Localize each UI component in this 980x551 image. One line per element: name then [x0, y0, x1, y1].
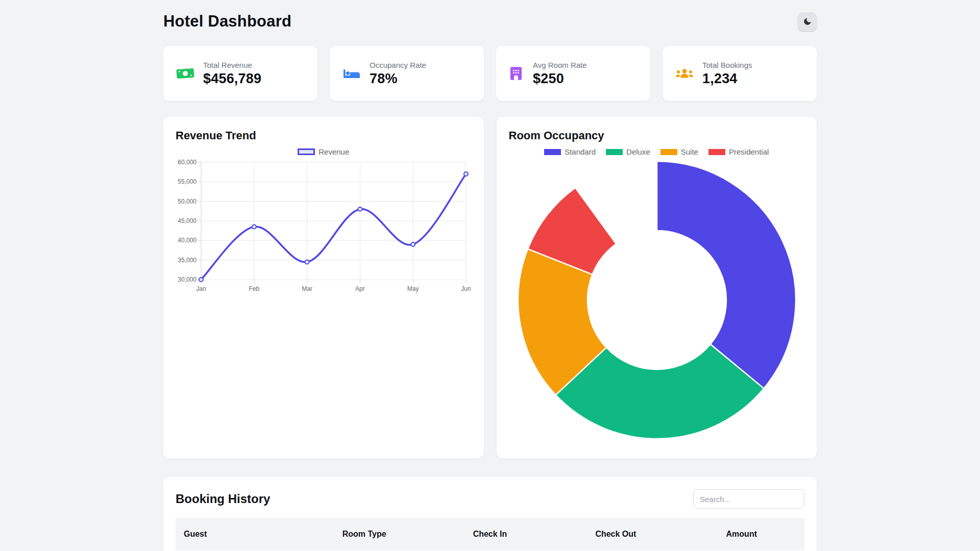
- dashboard-page: Hotel Dashboard Total Revenue $456,789: [163, 0, 817, 551]
- svg-text:Feb: Feb: [249, 285, 259, 292]
- room-occupancy-card: Room Occupancy StandardDeluxeSuitePresid…: [497, 117, 817, 459]
- search-input[interactable]: [693, 489, 804, 509]
- booking-history-card: Booking History Guest Room Type Check In…: [163, 477, 817, 551]
- money-icon: [176, 66, 195, 81]
- theme-toggle-button[interactable]: [798, 12, 817, 31]
- legend-label: Revenue: [318, 147, 349, 156]
- svg-text:Jan: Jan: [196, 285, 206, 292]
- revenue-trend-card: Revenue Trend Revenue 30,00035,00040,000…: [163, 117, 484, 459]
- column-header-check-in: Check In: [427, 530, 553, 539]
- legend-label: Standard: [565, 147, 596, 156]
- svg-text:45,000: 45,000: [178, 217, 197, 224]
- revenue-legend: Revenue: [176, 147, 472, 156]
- users-icon: [675, 66, 694, 81]
- svg-text:Mar: Mar: [302, 285, 312, 292]
- legend-swatch: [660, 149, 677, 155]
- stats-row: Total Revenue $456,789 Occupancy Rate 78…: [163, 46, 817, 101]
- stat-value: 78%: [370, 71, 426, 87]
- svg-text:May: May: [407, 285, 419, 292]
- svg-text:35,000: 35,000: [178, 257, 197, 264]
- column-header-amount: Amount: [679, 530, 804, 539]
- column-header-guest: Guest: [176, 530, 301, 539]
- legend-item-deluxe[interactable]: Deluxe: [606, 147, 650, 156]
- stat-value: $250: [533, 71, 587, 87]
- column-header-room-type: Room Type: [301, 530, 427, 539]
- revenue-trend-title: Revenue Trend: [176, 129, 472, 142]
- moon-icon: [803, 17, 812, 26]
- svg-text:Jun: Jun: [461, 285, 471, 292]
- page-title: Hotel Dashboard: [163, 12, 291, 31]
- legend-item-revenue[interactable]: Revenue: [298, 147, 349, 156]
- svg-text:50,000: 50,000: [178, 198, 197, 205]
- revenue-line-chart[interactable]: 30,00035,00040,00045,00050,00055,00060,0…: [176, 158, 472, 297]
- legend-item-presidential[interactable]: Presidential: [708, 147, 769, 156]
- legend-swatch: [708, 149, 725, 155]
- legend-label: Deluxe: [626, 147, 650, 156]
- legend-swatch: [544, 149, 561, 155]
- charts-row: Revenue Trend Revenue 30,00035,00040,000…: [163, 117, 817, 459]
- stat-card-occupancy-rate: Occupancy Rate 78%: [330, 46, 484, 101]
- occupancy-doughnut-chart[interactable]: [509, 158, 805, 442]
- stat-card-total-bookings: Total Bookings 1,234: [663, 46, 817, 101]
- svg-text:30,000: 30,000: [178, 276, 197, 283]
- header: Hotel Dashboard: [163, 10, 817, 33]
- svg-text:55,000: 55,000: [178, 178, 197, 185]
- legend-item-suite[interactable]: Suite: [660, 147, 698, 156]
- booking-table-header: Guest Room Type Check In Check Out Amoun…: [176, 518, 804, 550]
- legend-item-standard[interactable]: Standard: [544, 147, 596, 156]
- legend-swatch: [606, 149, 623, 155]
- svg-text:60,000: 60,000: [178, 159, 197, 166]
- svg-text:40,000: 40,000: [178, 237, 197, 244]
- stat-label: Total Bookings: [702, 61, 752, 69]
- stat-value: 1,234: [702, 71, 752, 87]
- occupancy-legend: StandardDeluxeSuitePresidential: [509, 147, 805, 156]
- svg-text:Apr: Apr: [355, 285, 365, 292]
- booking-history-title: Booking History: [176, 492, 270, 506]
- column-header-check-out: Check Out: [553, 530, 678, 539]
- stat-label: Avg Room Rate: [533, 61, 587, 69]
- legend-label: Suite: [681, 147, 698, 156]
- stat-label: Total Revenue: [203, 61, 261, 69]
- legend-label: Presidential: [729, 147, 769, 156]
- stat-card-avg-room-rate: Avg Room Rate $250: [496, 46, 650, 101]
- hotel-icon: [508, 66, 525, 81]
- stat-card-total-revenue: Total Revenue $456,789: [163, 46, 317, 101]
- stat-value: $456,789: [203, 71, 261, 87]
- bed-icon: [342, 66, 361, 81]
- room-occupancy-title: Room Occupancy: [509, 129, 805, 142]
- stat-label: Occupancy Rate: [370, 61, 426, 69]
- legend-swatch: [298, 148, 315, 155]
